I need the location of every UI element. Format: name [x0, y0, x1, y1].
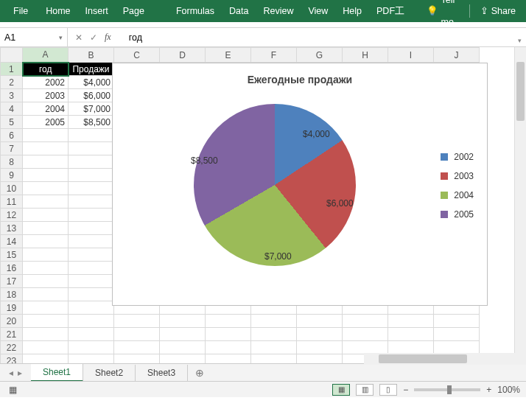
col-header-G[interactable]: G	[297, 48, 343, 63]
cell-H20[interactable]	[343, 315, 388, 328]
vertical-scrollbar[interactable]	[514, 47, 526, 363]
row-header-6[interactable]: 6	[1, 129, 23, 142]
cell-A1[interactable]: год	[23, 63, 69, 76]
cell-A20[interactable]	[23, 315, 69, 328]
col-header-E[interactable]: E	[206, 48, 251, 63]
cell-A13[interactable]	[23, 222, 69, 235]
cell-A3[interactable]: 2003	[23, 89, 69, 102]
scrollbar-thumb[interactable]	[516, 62, 525, 121]
cell-F20[interactable]	[251, 315, 297, 328]
cell-D20[interactable]	[160, 315, 206, 328]
cell-I21[interactable]	[388, 328, 434, 341]
col-header-F[interactable]: F	[251, 48, 297, 63]
name-box-input[interactable]	[4, 32, 49, 43]
cell-J22[interactable]	[434, 341, 480, 354]
cell-B22[interactable]	[69, 341, 114, 354]
cell-F21[interactable]	[251, 328, 297, 341]
cell-B4[interactable]: $7,000	[69, 102, 114, 116]
view-normal-icon[interactable]: ▦	[332, 384, 350, 396]
scrollbar-thumb[interactable]	[379, 354, 467, 363]
cell-D21[interactable]	[160, 328, 206, 341]
tab-insert[interactable]: Insert	[78, 0, 116, 22]
cell-B19[interactable]	[69, 301, 114, 315]
tab-page-layout[interactable]: Page Layout	[116, 0, 169, 22]
row-header-15[interactable]: 15	[1, 248, 23, 262]
add-sheet-button[interactable]: ⊕	[188, 364, 211, 382]
row-header-7[interactable]: 7	[1, 142, 23, 155]
cell-A5[interactable]: 2005	[23, 116, 69, 129]
row-header-18[interactable]: 18	[1, 288, 23, 301]
chart-object[interactable]: Ежегодные продажи $4,000 $6,000 $7,000 $…	[112, 63, 488, 306]
tab-file[interactable]: File	[3, 0, 38, 22]
row-header-3[interactable]: 3	[1, 89, 23, 102]
cell-B12[interactable]	[69, 209, 114, 222]
cell-I22[interactable]	[388, 341, 434, 354]
share-button[interactable]: ⇪ Share	[473, 0, 523, 22]
cell-A10[interactable]	[23, 182, 69, 195]
cell-B20[interactable]	[69, 315, 114, 328]
select-all-corner[interactable]	[1, 48, 23, 63]
cancel-icon[interactable]: ✕	[75, 32, 83, 43]
row-header-14[interactable]: 14	[1, 235, 23, 248]
cell-A7[interactable]	[23, 142, 69, 155]
cell-B5[interactable]: $8,500	[69, 116, 114, 129]
row-header-1[interactable]: 1	[1, 63, 23, 76]
cell-A6[interactable]	[23, 129, 69, 142]
cell-C20[interactable]	[114, 315, 160, 328]
row-header-16[interactable]: 16	[1, 262, 23, 275]
tab-help[interactable]: Help	[335, 0, 369, 22]
tab-formulas[interactable]: Formulas	[169, 0, 222, 22]
cell-A19[interactable]	[23, 301, 69, 315]
tab-nav-next-icon[interactable]: ▸	[18, 368, 22, 378]
name-box[interactable]: ▾	[0, 28, 68, 47]
cell-B11[interactable]	[69, 195, 114, 209]
row-header-17[interactable]: 17	[1, 275, 23, 288]
cell-B13[interactable]	[69, 222, 114, 235]
zoom-slider[interactable]	[414, 388, 480, 391]
cell-E21[interactable]	[206, 328, 251, 341]
tab-data[interactable]: Data	[222, 0, 256, 22]
cell-H21[interactable]	[343, 328, 388, 341]
cell-A17[interactable]	[23, 275, 69, 288]
cell-B7[interactable]	[69, 142, 114, 155]
cell-C22[interactable]	[114, 341, 160, 354]
col-header-J[interactable]: J	[434, 48, 480, 63]
cell-B6[interactable]	[69, 129, 114, 142]
record-macro-icon[interactable]: ▦	[9, 385, 17, 395]
cell-E22[interactable]	[206, 341, 251, 354]
formula-bar[interactable]: ▾	[125, 32, 526, 43]
cell-A16[interactable]	[23, 262, 69, 275]
zoom-in-button[interactable]: +	[486, 385, 491, 395]
cell-B10[interactable]	[69, 182, 114, 195]
cell-H22[interactable]	[343, 341, 388, 354]
row-header-4[interactable]: 4	[1, 102, 23, 116]
tell-me[interactable]: 💡 Tell me	[419, 0, 466, 22]
col-header-H[interactable]: H	[343, 48, 388, 63]
row-header-21[interactable]: 21	[1, 328, 23, 341]
formula-bar-expand-icon[interactable]: ▾	[518, 37, 522, 44]
col-header-C[interactable]: C	[114, 48, 160, 63]
view-page-break-icon[interactable]: ▯	[379, 384, 397, 396]
col-header-I[interactable]: I	[388, 48, 434, 63]
cell-B21[interactable]	[69, 328, 114, 341]
cell-B14[interactable]	[69, 235, 114, 248]
formula-input[interactable]	[129, 32, 522, 43]
cell-A4[interactable]: 2004	[23, 102, 69, 116]
row-header-12[interactable]: 12	[1, 209, 23, 222]
tab-home[interactable]: Home	[38, 0, 77, 22]
tab-nav-prev-icon[interactable]: ◂	[9, 368, 13, 378]
cell-J21[interactable]	[434, 328, 480, 341]
zoom-level[interactable]: 100%	[497, 385, 520, 395]
cell-B15[interactable]	[69, 248, 114, 262]
cell-B16[interactable]	[69, 262, 114, 275]
row-header-2[interactable]: 2	[1, 76, 23, 89]
enter-icon[interactable]: ✓	[90, 32, 97, 43]
cell-C21[interactable]	[114, 328, 160, 341]
name-box-dropdown-icon[interactable]: ▾	[59, 34, 63, 41]
row-header-22[interactable]: 22	[1, 341, 23, 354]
cell-F22[interactable]	[251, 341, 297, 354]
cell-A12[interactable]	[23, 209, 69, 222]
row-header-9[interactable]: 9	[1, 169, 23, 182]
cell-A22[interactable]	[23, 341, 69, 354]
row-header-19[interactable]: 19	[1, 301, 23, 315]
